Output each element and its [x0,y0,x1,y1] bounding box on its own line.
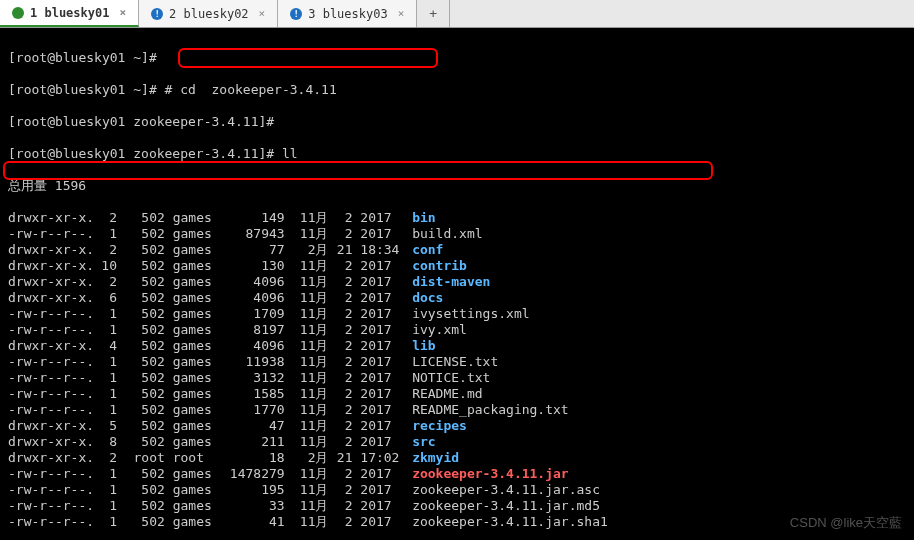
list-item: drwxr-xr-x.2 root root18 2月21 17:02 zkmy… [8,450,906,466]
list-item: drwxr-xr-x.2 502 games4096 11月2 2017 dis… [8,274,906,290]
list-item: -rw-r--r--.1 502 games1770 11月2 2017 REA… [8,402,906,418]
file-listing: drwxr-xr-x.2 502 games149 11月2 2017 bin-… [8,210,906,530]
total-line: 总用量 1596 [8,178,906,194]
close-icon[interactable]: × [398,7,405,20]
list-item: -rw-r--r--.1 502 games8197 11月2 2017 ivy… [8,322,906,338]
terminal-output[interactable]: [root@bluesky01 ~]# [root@bluesky01 ~]# … [0,28,914,540]
command-ll: ll [274,146,297,161]
prompt: [root@bluesky01 ~]# [8,50,157,65]
tab-2[interactable]: ! 2 bluesky02 × [139,0,278,27]
prompt: [root@bluesky01 zookeeper-3.4.11]# [8,146,274,161]
list-item: drwxr-xr-x.6 502 games4096 11月2 2017 doc… [8,290,906,306]
tab-3[interactable]: ! 3 bluesky03 × [278,0,417,27]
list-item: drwxr-xr-x.5 502 games47 11月2 2017 recip… [8,418,906,434]
list-item: -rw-r--r--.1 502 games87943 11月2 2017 bu… [8,226,906,242]
tab-label: 1 bluesky01 [30,6,109,20]
list-item: -rw-r--r--.1 502 games41 11月2 2017 zooke… [8,514,906,530]
status-icon: ! [290,8,302,20]
status-icon [12,7,24,19]
prompt: [root@bluesky01 zookeeper-3.4.11]# [8,114,274,129]
list-item: drwxr-xr-x.8 502 games211 11月2 2017 src [8,434,906,450]
watermark: CSDN @like天空藍 [790,514,902,532]
list-item: -rw-r--r--.1 502 games195 11月2 2017 zook… [8,482,906,498]
list-item: drwxr-xr-x.4 502 games4096 11月2 2017 lib [8,338,906,354]
list-item: drwxr-xr-x.10 502 games130 11月2 2017 con… [8,258,906,274]
list-item: -rw-r--r--.1 502 games1709 11月2 2017 ivy… [8,306,906,322]
status-icon: ! [151,8,163,20]
list-item: -rw-r--r--.1 502 games33 11月2 2017 zooke… [8,498,906,514]
close-icon[interactable]: × [259,7,266,20]
tab-label: 3 bluesky03 [308,7,387,21]
tab-1[interactable]: 1 bluesky01 × [0,0,139,27]
list-item: drwxr-xr-x.2 502 games77 2月21 18:34 conf [8,242,906,258]
list-item: -rw-r--r--.1 502 games3132 11月2 2017 NOT… [8,370,906,386]
list-item: drwxr-xr-x.2 502 games149 11月2 2017 bin [8,210,906,226]
list-item: -rw-r--r--.1 502 games1478279 11月2 2017 … [8,466,906,482]
tab-label: 2 bluesky02 [169,7,248,21]
prompt: [root@bluesky01 ~]# [8,82,157,97]
command-cd: # cd zookeeper-3.4.11 [157,82,337,97]
list-item: -rw-r--r--.1 502 games1585 11月2 2017 REA… [8,386,906,402]
list-item: -rw-r--r--.1 502 games11938 11月2 2017 LI… [8,354,906,370]
add-tab-button[interactable]: + [417,0,450,27]
close-icon[interactable]: × [119,6,126,19]
tab-bar: 1 bluesky01 × ! 2 bluesky02 × ! 3 bluesk… [0,0,914,28]
